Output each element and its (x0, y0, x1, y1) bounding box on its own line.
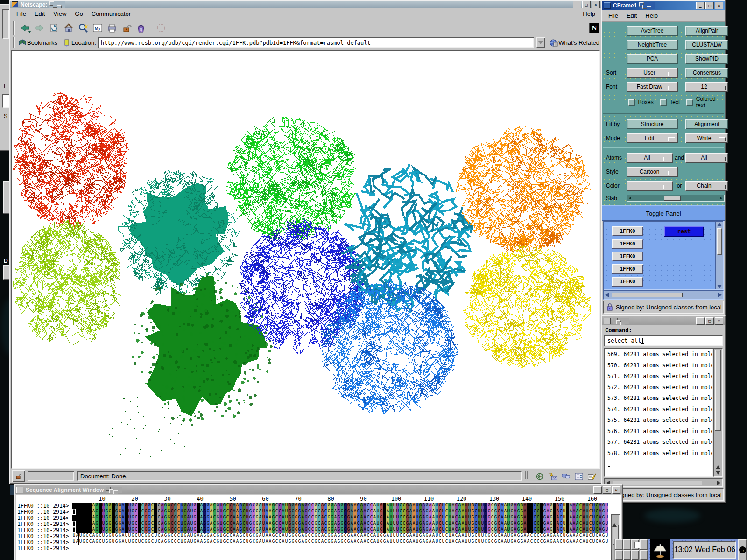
netscape-titlebar[interactable]: Netscape: _ □ ✕ (10, 1, 601, 8)
structure-toggle-1[interactable]: 1FFK0 (612, 239, 643, 249)
scrollbar-thumb[interactable] (715, 350, 721, 431)
minimize-button[interactable]: _ (593, 486, 602, 494)
menu-help[interactable]: Help (641, 11, 662, 21)
security-lock-icon[interactable] (12, 470, 25, 482)
addressbook-icon[interactable] (574, 472, 584, 481)
style-option-menu[interactable]: Cartoon (627, 167, 678, 177)
menu-communicator[interactable]: Communicator (87, 9, 135, 19)
output-vertical-scrollbar[interactable] (713, 348, 723, 477)
command-output[interactable]: 569. 64281 atoms selected in molecule 05… (604, 348, 713, 477)
alignment-canvas[interactable]: 102030405060708090100110120130140150160 … (16, 495, 621, 560)
pager-button-0[interactable] (615, 539, 623, 550)
minimize-button[interactable]: _ (696, 317, 705, 325)
text-checkbox[interactable] (660, 99, 667, 106)
toggle-panel-vertical-scrollbar[interactable] (715, 222, 723, 289)
color-option-menu[interactable]: --------- (627, 181, 673, 191)
print-icon[interactable] (106, 22, 118, 35)
back-icon[interactable] (19, 22, 31, 35)
maximize-button[interactable]: □ (705, 317, 714, 325)
boxes-checkbox[interactable] (628, 99, 635, 106)
bookmarks-icon[interactable] (18, 39, 27, 47)
close-button[interactable]: ✕ (715, 317, 723, 325)
netscape-logo[interactable]: N (589, 23, 599, 33)
menu-file[interactable]: File (604, 11, 622, 21)
whats-related-globe-icon[interactable] (549, 39, 558, 47)
molecule-green[interactable] (226, 116, 356, 242)
window-menu-icon[interactable] (12, 1, 18, 7)
location-input[interactable]: http://www.rcsb.org/pdb/cgi/render.cgi/1… (98, 37, 534, 48)
atoms-option-menu-1[interactable]: All (627, 153, 673, 163)
desk-lamp-icon[interactable] (650, 539, 670, 560)
discussions-icon[interactable] (561, 472, 571, 481)
mail-icon[interactable] (548, 472, 557, 481)
window-menu-icon[interactable] (604, 318, 611, 324)
menu-view[interactable]: View (49, 9, 70, 19)
minimize-button[interactable]: _ (573, 1, 581, 8)
component-bar-grip[interactable] (525, 471, 529, 479)
forward-icon[interactable] (33, 22, 46, 35)
mynetscape-icon[interactable]: My (91, 22, 104, 35)
scrollbar-thumb[interactable] (612, 293, 683, 297)
home-icon[interactable] (62, 22, 75, 35)
scrollbar-thumb[interactable] (717, 228, 722, 255)
taskbar-expand-button[interactable]: → (738, 539, 747, 560)
navigator-icon[interactable] (535, 472, 544, 481)
close-button[interactable]: ✕ (612, 486, 620, 494)
toggle-panel-horizontal-scrollbar[interactable] (603, 290, 724, 300)
menu-help[interactable]: Help (578, 9, 599, 19)
mode-option-menu[interactable]: Edit (627, 133, 678, 143)
menu-file[interactable]: File (12, 9, 30, 19)
pca-button[interactable]: PCA (627, 54, 678, 64)
menu-edit[interactable]: Edit (30, 9, 49, 19)
atoms-option-menu-2[interactable]: All (685, 153, 728, 163)
slab-slider-thumb[interactable] (664, 196, 681, 201)
window-menu-icon[interactable] (604, 2, 611, 9)
pager-button-6[interactable] (631, 550, 639, 560)
molecule-yellow[interactable] (463, 245, 591, 368)
pager-button-3[interactable] (640, 539, 648, 550)
molecule-orange[interactable] (456, 126, 591, 253)
neighbtree-button[interactable]: NeighbTree (627, 40, 678, 50)
menu-edit[interactable]: Edit (622, 11, 641, 21)
command-input[interactable]: select all (604, 335, 723, 346)
bookmarks-label[interactable]: Bookmarks (27, 39, 57, 46)
cframe1-titlebar[interactable]: CFrame1 _ □ ✕ (602, 1, 725, 10)
pager-button-5[interactable] (623, 550, 631, 560)
structure-toggle-0[interactable]: 1FFK0 (612, 226, 643, 236)
molecule-seagreen[interactable] (118, 169, 239, 300)
reload-icon[interactable] (48, 22, 60, 35)
pager-button-7[interactable] (640, 550, 648, 560)
fit-structure-button[interactable]: Structure (627, 119, 678, 129)
molecule-red[interactable] (13, 92, 129, 229)
pager-button-1[interactable] (623, 539, 631, 550)
color-by-option-menu[interactable]: Chain (685, 181, 728, 191)
clustalw-button[interactable]: CLUSTALW (685, 40, 728, 50)
pager-button-4[interactable] (615, 550, 623, 560)
colored-text-checkbox[interactable] (686, 99, 693, 106)
rest-toggle-button[interactable]: rest (664, 226, 704, 237)
fit-alignment-button[interactable]: Alignment (685, 119, 728, 129)
search-icon[interactable] (77, 22, 89, 35)
alignment-titlebar[interactable]: Sequence Alignment Window _ □ ✕ (15, 485, 622, 494)
sort-option-menu[interactable]: User (627, 68, 678, 78)
structure-toggle-5-partial[interactable] (612, 289, 643, 290)
structure-toggle-2[interactable]: 1FFK0 (612, 252, 643, 261)
location-grip[interactable] (13, 37, 16, 48)
close-button[interactable]: ✕ (592, 1, 600, 8)
slab-slider[interactable]: ◄► (627, 195, 725, 202)
window-menu-icon[interactable] (16, 487, 23, 493)
maximize-button[interactable]: □ (603, 486, 611, 494)
stop-icon[interactable] (155, 22, 167, 35)
menu-go[interactable]: Go (70, 9, 87, 19)
font-option-menu[interactable]: Fast Draw (627, 82, 678, 92)
background-option-menu[interactable]: White (685, 133, 728, 143)
shop-icon[interactable]: @ (134, 22, 147, 35)
molecule-yellowgreen[interactable] (13, 220, 121, 344)
showpid-button[interactable]: ShowPID (685, 54, 728, 64)
taskbar-clock[interactable]: 13:02 Wed Feb 06 (673, 541, 736, 559)
avertree-button[interactable]: AverTree (627, 26, 678, 36)
structure-toggle-4[interactable]: 1FFK0 (612, 277, 643, 287)
alignpair-button[interactable]: AlignPair (685, 26, 728, 36)
rasmol-structure-canvas[interactable] (12, 51, 595, 469)
command-titlebar[interactable]: _ □ ✕ (602, 316, 725, 325)
